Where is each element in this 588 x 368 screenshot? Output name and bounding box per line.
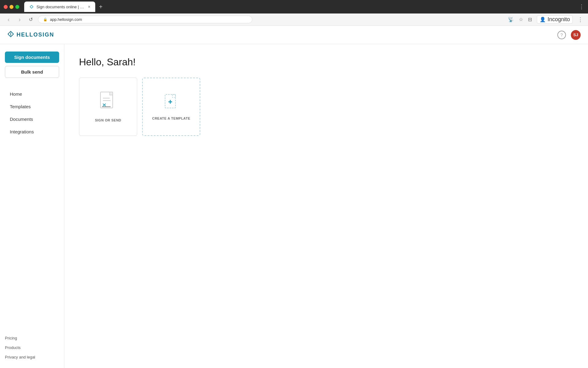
avatar[interactable]: SJ	[571, 30, 581, 40]
lock-icon: 🔒	[43, 17, 47, 21]
tab-title: Sign documents online | Hello S	[36, 5, 85, 9]
sign-or-send-card[interactable]: SIGN OR SEND	[79, 78, 137, 136]
close-button[interactable]	[4, 5, 8, 9]
main-content: Hello, Sarah!	[64, 44, 588, 368]
pricing-link[interactable]: Pricing	[5, 335, 59, 342]
bulk-send-button[interactable]: Bulk send	[5, 66, 59, 78]
tab-close-button[interactable]: ×	[88, 4, 90, 9]
sign-documents-button[interactable]: Sign documents	[5, 52, 59, 63]
app-container: HELLOSIGN ? SJ Sign documents Bulk send …	[0, 26, 588, 368]
window-controls	[4, 5, 19, 9]
menu-icon[interactable]: ⋮	[578, 16, 583, 23]
bookmark-icon[interactable]: ☆	[519, 17, 523, 22]
main-layout: Sign documents Bulk send Home Templates …	[0, 44, 588, 368]
new-tab-button[interactable]: +	[96, 2, 105, 12]
app-header: HELLOSIGN ? SJ	[0, 26, 588, 44]
products-link[interactable]: Products	[5, 344, 59, 351]
logo[interactable]: HELLOSIGN	[7, 31, 54, 39]
sidebar-item-documents[interactable]: Documents	[5, 113, 59, 125]
sidebar-item-integrations[interactable]: Integrations	[5, 126, 59, 137]
browser-more-button[interactable]: ⋮	[579, 3, 584, 10]
browser-chrome: Sign documents online | Hello S × + ⋮	[0, 0, 588, 13]
back-button[interactable]: ‹	[5, 16, 12, 23]
incognito-badge: 👤 Incognito	[537, 15, 573, 24]
header-right: ? SJ	[557, 30, 581, 40]
address-actions: 📡 ☆ ⊟ 👤 Incognito ⋮	[508, 15, 583, 24]
sidebar-nav: Home Templates Documents Integrations	[5, 88, 59, 137]
address-text: app.hellosign.com	[50, 17, 82, 22]
address-bar: ‹ › ↺ 🔒 app.hellosign.com 📡 ☆ ⊟ 👤 Incogn…	[0, 13, 588, 26]
create-template-card[interactable]: CREATE A TEMPLATE	[142, 78, 200, 136]
sidebar-item-templates[interactable]: Templates	[5, 101, 59, 112]
sidebar-footer: Pricing Products Privacy and legal	[5, 335, 59, 361]
browser-tabs: Sign documents online | Hello S × +	[24, 2, 105, 12]
minimize-button[interactable]	[9, 5, 13, 9]
maximize-button[interactable]	[15, 5, 19, 9]
help-button[interactable]: ?	[557, 31, 566, 39]
incognito-label: Incognito	[548, 16, 570, 23]
sidebar-item-home[interactable]: Home	[5, 88, 59, 100]
cards-grid: SIGN OR SEND	[79, 78, 573, 136]
tab-favicon	[29, 4, 34, 9]
logo-text: HELLOSIGN	[17, 32, 54, 38]
cast-icon[interactable]: 📡	[508, 17, 514, 22]
privacy-link[interactable]: Privacy and legal	[5, 354, 59, 361]
incognito-avatar-icon: 👤	[540, 17, 546, 22]
document-icon	[99, 91, 117, 113]
forward-button[interactable]: ›	[16, 16, 23, 23]
create-template-label: CREATE A TEMPLATE	[152, 117, 190, 120]
split-view-icon[interactable]: ⊟	[528, 17, 532, 22]
sidebar: Sign documents Bulk send Home Templates …	[0, 44, 64, 368]
sign-or-send-label: SIGN OR SEND	[95, 118, 121, 122]
address-input[interactable]: 🔒 app.hellosign.com	[38, 16, 252, 23]
page-title: Hello, Sarah!	[79, 56, 573, 68]
plus-icon	[164, 93, 179, 112]
hellosign-logo-icon	[7, 31, 14, 39]
svg-marker-0	[30, 5, 33, 8]
refresh-button[interactable]: ↺	[27, 16, 34, 23]
active-tab[interactable]: Sign documents online | Hello S ×	[24, 2, 95, 12]
